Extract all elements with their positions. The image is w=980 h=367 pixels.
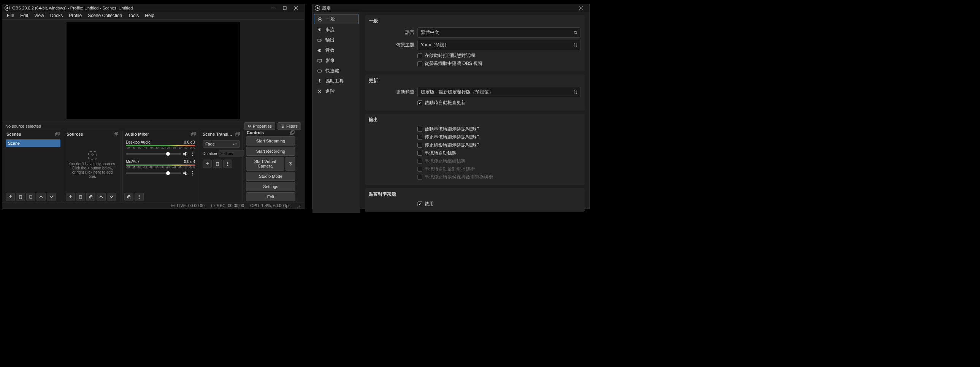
svg-point-28 <box>192 154 193 154</box>
checkbox-stop-stream-confirm[interactable] <box>417 135 422 140</box>
transition-select[interactable]: Fade▲▼ <box>203 140 240 148</box>
svg-point-23 <box>91 196 92 197</box>
preview-canvas[interactable] <box>67 22 240 119</box>
sidebar-item-advanced[interactable]: 進階 <box>314 87 359 96</box>
checkbox-auto-record[interactable] <box>417 151 422 156</box>
sidebar-item-accessibility[interactable]: 協助工具 <box>314 76 359 86</box>
menu-file[interactable]: File <box>4 12 17 19</box>
svg-point-36 <box>139 195 140 195</box>
volume-slider[interactable] <box>126 173 181 174</box>
svg-rect-13 <box>19 195 22 199</box>
keyboard-icon <box>317 68 322 74</box>
checkbox-snap-enable[interactable] <box>417 201 422 206</box>
scene-item[interactable]: Scene <box>6 140 60 147</box>
close-button[interactable] <box>290 4 302 12</box>
start-streaming-button[interactable]: Start Streaming <box>246 137 295 146</box>
svg-point-38 <box>139 198 140 199</box>
speaker-icon[interactable] <box>183 171 188 176</box>
minimize-button[interactable] <box>267 4 279 12</box>
checkbox-keep-replay <box>417 175 422 180</box>
popout-icon[interactable] <box>290 130 294 135</box>
add-source-button[interactable] <box>66 192 75 201</box>
add-scene-button[interactable] <box>6 192 15 201</box>
section-update: 更新 更新頻道穩定版 - 最新穩定發行版（預設值）⇅ 啟動時自動檢查更新 <box>365 75 585 111</box>
settings-content[interactable]: 一般 語言繁體中文⇅ 佈景主題Yami（預設）⇅ 在啟動時打開狀態對話欄 從螢幕… <box>360 12 589 213</box>
checkbox-auto-replay <box>417 167 422 172</box>
start-vcam-button[interactable]: Start Virtual Camera <box>246 157 284 171</box>
spinner-icon: ⇅ <box>574 43 578 48</box>
speaker-icon[interactable] <box>183 151 188 157</box>
checkbox-hide-tray[interactable] <box>417 61 422 66</box>
checkbox-open-stats[interactable] <box>417 53 422 58</box>
volume-slider[interactable] <box>126 153 181 155</box>
obs-main-window: OBS 29.0.2 (64-bit, windows) - Profile: … <box>2 4 304 209</box>
dots-vertical-icon[interactable] <box>190 151 195 157</box>
sidebar-item-stream[interactable]: 串流 <box>314 25 359 35</box>
section-general: 一般 語言繁體中文⇅ 佈景主題Yami（預設）⇅ 在啟動時打開狀態對話欄 從螢幕… <box>365 15 585 71</box>
scene-down-button[interactable] <box>47 192 56 201</box>
menu-profile[interactable]: Profile <box>66 12 85 19</box>
dots-vertical-icon[interactable] <box>190 171 195 176</box>
sidebar-item-general[interactable]: 一般 <box>314 14 359 24</box>
sidebar-item-video[interactable]: 影像 <box>314 56 359 65</box>
svg-point-45 <box>228 162 228 163</box>
popout-icon[interactable] <box>114 132 118 137</box>
checkbox-start-stream-confirm[interactable] <box>417 127 422 132</box>
popout-icon[interactable] <box>235 132 240 137</box>
menu-help[interactable]: Help <box>142 12 158 19</box>
sidebar-item-output[interactable]: 輸出 <box>314 35 359 45</box>
main-title: OBS 29.0.2 (64-bit, windows) - Profile: … <box>12 6 133 10</box>
menu-docks[interactable]: Docks <box>47 12 66 19</box>
theme-select[interactable]: Yami（預設）⇅ <box>417 40 581 50</box>
popout-icon[interactable] <box>191 132 196 137</box>
menu-view[interactable]: View <box>31 12 47 19</box>
spinner-icon: ▲▼ <box>233 143 237 145</box>
section-output: 輸出 啟動串流時顯示確認對話框 停止串流時顯示確認對話框 停止錄影時顯示確認對話… <box>365 114 585 185</box>
language-select[interactable]: 繁體中文⇅ <box>417 27 581 38</box>
remove-source-button[interactable] <box>76 192 85 201</box>
svg-point-5 <box>249 126 250 127</box>
sidebar-item-hotkeys[interactable]: 快捷鍵 <box>314 66 359 76</box>
transition-properties-button[interactable] <box>223 160 232 168</box>
menu-edit[interactable]: Edit <box>17 12 31 19</box>
svg-rect-43 <box>216 163 219 166</box>
popout-icon[interactable] <box>55 132 60 137</box>
menu-tools[interactable]: Tools <box>125 12 142 19</box>
close-button[interactable] <box>576 4 587 12</box>
studio-mode-button[interactable]: Studio Mode <box>246 172 295 181</box>
svg-point-67 <box>319 79 320 80</box>
preview-area <box>2 20 304 122</box>
resize-grip-icon[interactable] <box>296 203 300 207</box>
menu-scene-collection[interactable]: Scene Collection <box>85 12 125 19</box>
properties-button[interactable]: Properties <box>244 122 275 130</box>
mixer-menu-button[interactable] <box>135 192 144 201</box>
main-titlebar[interactable]: OBS 29.0.2 (64-bit, windows) - Profile: … <box>2 4 304 12</box>
mixer-advanced-button[interactable] <box>124 192 134 201</box>
maximize-button[interactable] <box>279 4 290 12</box>
checkbox-stop-record-confirm[interactable] <box>417 143 422 148</box>
filters-button[interactable]: Filters <box>277 122 301 130</box>
scene-up-button[interactable] <box>37 192 46 201</box>
scene-filter-button[interactable] <box>26 192 35 201</box>
vcam-settings-button[interactable] <box>285 157 295 171</box>
spinner-icon: ⇅ <box>574 30 578 35</box>
settings-button[interactable]: Settings <box>246 182 295 191</box>
remove-transition-button[interactable] <box>213 160 222 168</box>
source-properties-button[interactable] <box>86 192 95 201</box>
broadcast-icon <box>171 203 175 208</box>
sidebar-item-audio[interactable]: 音效 <box>314 46 359 55</box>
exit-button[interactable]: Exit <box>246 192 295 201</box>
start-recording-button[interactable]: Start Recording <box>246 147 295 156</box>
svg-line-71 <box>320 82 321 83</box>
checkbox-auto-check-update[interactable] <box>417 100 422 105</box>
docks-row: Scenes Scene Sources ? You don't have an… <box>2 130 304 202</box>
add-transition-button[interactable] <box>203 160 212 168</box>
settings-titlebar[interactable]: 設定 <box>312 4 589 12</box>
svg-rect-6 <box>281 125 284 126</box>
source-up-button[interactable] <box>97 192 106 201</box>
svg-rect-64 <box>318 59 321 62</box>
controls-title: Controls <box>247 130 264 135</box>
update-channel-select[interactable]: 穩定版 - 最新穩定發行版（預設值）⇅ <box>417 87 581 97</box>
source-down-button[interactable] <box>107 192 116 201</box>
remove-scene-button[interactable] <box>16 192 25 201</box>
